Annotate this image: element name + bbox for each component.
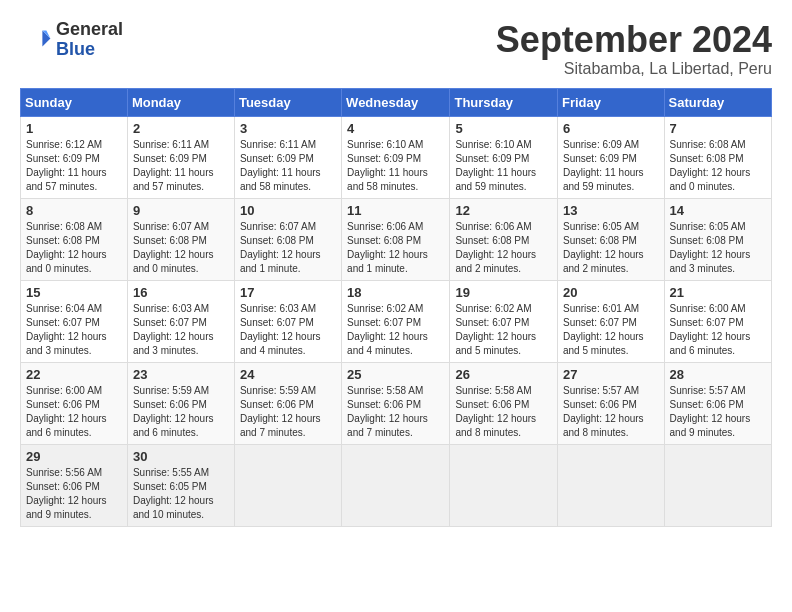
day-info: Sunrise: 6:02 AM Sunset: 6:07 PM Dayligh… <box>455 302 552 358</box>
day-number: 4 <box>347 121 444 136</box>
calendar-day-cell: 2Sunrise: 6:11 AM Sunset: 6:09 PM Daylig… <box>127 116 234 198</box>
calendar-day-header: Sunday <box>21 88 128 116</box>
day-info: Sunrise: 6:02 AM Sunset: 6:07 PM Dayligh… <box>347 302 444 358</box>
day-info: Sunrise: 6:07 AM Sunset: 6:08 PM Dayligh… <box>133 220 229 276</box>
day-number: 29 <box>26 449 122 464</box>
calendar-day-cell: 3Sunrise: 6:11 AM Sunset: 6:09 PM Daylig… <box>234 116 341 198</box>
calendar-day-cell <box>234 444 341 526</box>
day-info: Sunrise: 5:57 AM Sunset: 6:06 PM Dayligh… <box>670 384 766 440</box>
calendar-day-cell: 8Sunrise: 6:08 AM Sunset: 6:08 PM Daylig… <box>21 198 128 280</box>
day-info: Sunrise: 5:57 AM Sunset: 6:06 PM Dayligh… <box>563 384 659 440</box>
calendar-day-cell: 13Sunrise: 6:05 AM Sunset: 6:08 PM Dayli… <box>558 198 665 280</box>
day-number: 25 <box>347 367 444 382</box>
day-number: 22 <box>26 367 122 382</box>
day-info: Sunrise: 5:59 AM Sunset: 6:06 PM Dayligh… <box>240 384 336 440</box>
logo-general: General <box>56 20 123 40</box>
calendar-day-cell: 5Sunrise: 6:10 AM Sunset: 6:09 PM Daylig… <box>450 116 558 198</box>
day-number: 18 <box>347 285 444 300</box>
logo-icon <box>20 24 52 56</box>
calendar-day-header: Monday <box>127 88 234 116</box>
calendar-week-row: 15Sunrise: 6:04 AM Sunset: 6:07 PM Dayli… <box>21 280 772 362</box>
calendar-day-cell: 11Sunrise: 6:06 AM Sunset: 6:08 PM Dayli… <box>342 198 450 280</box>
day-info: Sunrise: 6:00 AM Sunset: 6:06 PM Dayligh… <box>26 384 122 440</box>
calendar-day-cell: 30Sunrise: 5:55 AM Sunset: 6:05 PM Dayli… <box>127 444 234 526</box>
calendar-day-cell: 28Sunrise: 5:57 AM Sunset: 6:06 PM Dayli… <box>664 362 771 444</box>
day-number: 17 <box>240 285 336 300</box>
calendar-day-header: Tuesday <box>234 88 341 116</box>
calendar-week-row: 1Sunrise: 6:12 AM Sunset: 6:09 PM Daylig… <box>21 116 772 198</box>
day-info: Sunrise: 6:07 AM Sunset: 6:08 PM Dayligh… <box>240 220 336 276</box>
day-info: Sunrise: 6:11 AM Sunset: 6:09 PM Dayligh… <box>133 138 229 194</box>
day-number: 6 <box>563 121 659 136</box>
day-number: 3 <box>240 121 336 136</box>
calendar-week-row: 8Sunrise: 6:08 AM Sunset: 6:08 PM Daylig… <box>21 198 772 280</box>
calendar-day-cell: 24Sunrise: 5:59 AM Sunset: 6:06 PM Dayli… <box>234 362 341 444</box>
day-number: 5 <box>455 121 552 136</box>
day-number: 1 <box>26 121 122 136</box>
calendar-day-cell: 20Sunrise: 6:01 AM Sunset: 6:07 PM Dayli… <box>558 280 665 362</box>
calendar-day-cell: 18Sunrise: 6:02 AM Sunset: 6:07 PM Dayli… <box>342 280 450 362</box>
calendar-day-cell <box>664 444 771 526</box>
day-number: 20 <box>563 285 659 300</box>
calendar-day-cell: 25Sunrise: 5:58 AM Sunset: 6:06 PM Dayli… <box>342 362 450 444</box>
day-number: 2 <box>133 121 229 136</box>
calendar-day-cell: 6Sunrise: 6:09 AM Sunset: 6:09 PM Daylig… <box>558 116 665 198</box>
day-info: Sunrise: 6:11 AM Sunset: 6:09 PM Dayligh… <box>240 138 336 194</box>
title-area: September 2024 Sitabamba, La Libertad, P… <box>496 20 772 78</box>
day-info: Sunrise: 6:08 AM Sunset: 6:08 PM Dayligh… <box>26 220 122 276</box>
calendar-day-cell <box>558 444 665 526</box>
day-number: 19 <box>455 285 552 300</box>
day-number: 14 <box>670 203 766 218</box>
day-number: 16 <box>133 285 229 300</box>
logo-blue: Blue <box>56 40 123 60</box>
day-info: Sunrise: 6:04 AM Sunset: 6:07 PM Dayligh… <box>26 302 122 358</box>
day-info: Sunrise: 5:58 AM Sunset: 6:06 PM Dayligh… <box>347 384 444 440</box>
day-number: 27 <box>563 367 659 382</box>
day-number: 11 <box>347 203 444 218</box>
day-number: 28 <box>670 367 766 382</box>
calendar-day-header: Saturday <box>664 88 771 116</box>
day-info: Sunrise: 5:59 AM Sunset: 6:06 PM Dayligh… <box>133 384 229 440</box>
day-info: Sunrise: 6:06 AM Sunset: 6:08 PM Dayligh… <box>455 220 552 276</box>
calendar-day-cell: 26Sunrise: 5:58 AM Sunset: 6:06 PM Dayli… <box>450 362 558 444</box>
day-number: 9 <box>133 203 229 218</box>
day-info: Sunrise: 5:56 AM Sunset: 6:06 PM Dayligh… <box>26 466 122 522</box>
day-number: 8 <box>26 203 122 218</box>
month-title: September 2024 <box>496 20 772 60</box>
calendar-day-cell: 10Sunrise: 6:07 AM Sunset: 6:08 PM Dayli… <box>234 198 341 280</box>
calendar-week-row: 22Sunrise: 6:00 AM Sunset: 6:06 PM Dayli… <box>21 362 772 444</box>
day-number: 7 <box>670 121 766 136</box>
calendar-day-header: Friday <box>558 88 665 116</box>
calendar-day-cell: 9Sunrise: 6:07 AM Sunset: 6:08 PM Daylig… <box>127 198 234 280</box>
calendar-day-cell <box>342 444 450 526</box>
logo: General Blue <box>20 20 123 60</box>
calendar-day-cell: 12Sunrise: 6:06 AM Sunset: 6:08 PM Dayli… <box>450 198 558 280</box>
day-info: Sunrise: 6:01 AM Sunset: 6:07 PM Dayligh… <box>563 302 659 358</box>
calendar-table: SundayMondayTuesdayWednesdayThursdayFrid… <box>20 88 772 527</box>
day-number: 13 <box>563 203 659 218</box>
page-header: General Blue September 2024 Sitabamba, L… <box>20 20 772 78</box>
calendar-day-cell: 1Sunrise: 6:12 AM Sunset: 6:09 PM Daylig… <box>21 116 128 198</box>
day-info: Sunrise: 6:05 AM Sunset: 6:08 PM Dayligh… <box>563 220 659 276</box>
day-info: Sunrise: 6:08 AM Sunset: 6:08 PM Dayligh… <box>670 138 766 194</box>
day-info: Sunrise: 6:09 AM Sunset: 6:09 PM Dayligh… <box>563 138 659 194</box>
day-number: 21 <box>670 285 766 300</box>
calendar-day-cell: 16Sunrise: 6:03 AM Sunset: 6:07 PM Dayli… <box>127 280 234 362</box>
location: Sitabamba, La Libertad, Peru <box>496 60 772 78</box>
day-info: Sunrise: 6:10 AM Sunset: 6:09 PM Dayligh… <box>455 138 552 194</box>
day-number: 12 <box>455 203 552 218</box>
calendar-day-cell: 7Sunrise: 6:08 AM Sunset: 6:08 PM Daylig… <box>664 116 771 198</box>
day-number: 26 <box>455 367 552 382</box>
calendar-day-cell: 19Sunrise: 6:02 AM Sunset: 6:07 PM Dayli… <box>450 280 558 362</box>
calendar-day-cell: 4Sunrise: 6:10 AM Sunset: 6:09 PM Daylig… <box>342 116 450 198</box>
day-info: Sunrise: 5:55 AM Sunset: 6:05 PM Dayligh… <box>133 466 229 522</box>
calendar-day-header: Thursday <box>450 88 558 116</box>
calendar-week-row: 29Sunrise: 5:56 AM Sunset: 6:06 PM Dayli… <box>21 444 772 526</box>
logo-text: General Blue <box>56 20 123 60</box>
calendar-day-cell: 29Sunrise: 5:56 AM Sunset: 6:06 PM Dayli… <box>21 444 128 526</box>
calendar-day-cell: 21Sunrise: 6:00 AM Sunset: 6:07 PM Dayli… <box>664 280 771 362</box>
day-info: Sunrise: 6:03 AM Sunset: 6:07 PM Dayligh… <box>133 302 229 358</box>
day-info: Sunrise: 6:10 AM Sunset: 6:09 PM Dayligh… <box>347 138 444 194</box>
calendar-day-cell: 27Sunrise: 5:57 AM Sunset: 6:06 PM Dayli… <box>558 362 665 444</box>
day-info: Sunrise: 6:03 AM Sunset: 6:07 PM Dayligh… <box>240 302 336 358</box>
